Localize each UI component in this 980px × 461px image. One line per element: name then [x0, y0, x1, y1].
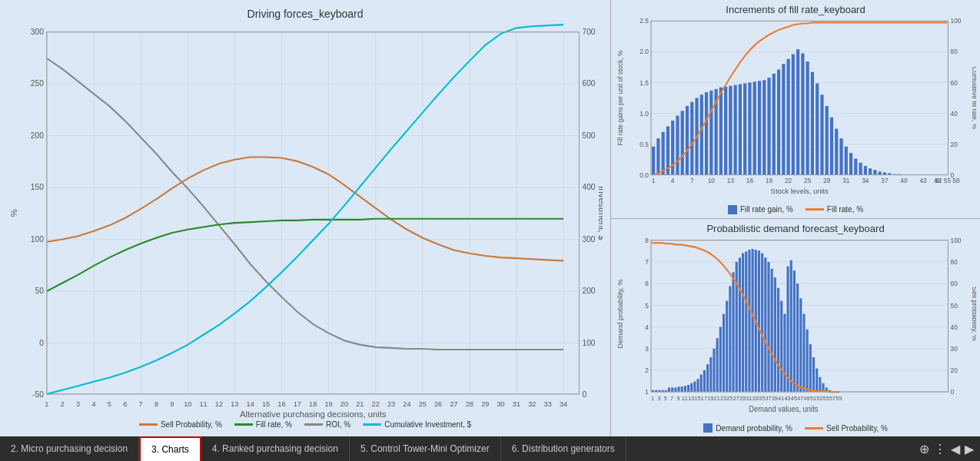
svg-text:2.5: 2.5: [639, 17, 649, 25]
svg-text:28: 28: [466, 400, 473, 408]
svg-text:9: 9: [676, 395, 679, 402]
svg-text:10: 10: [708, 177, 716, 184]
svg-text:37: 37: [765, 395, 771, 402]
svg-text:23: 23: [387, 400, 395, 408]
legend-demand-prob-box: [703, 423, 713, 433]
legend-demand-prob-label: Demand probability, %: [716, 424, 792, 433]
svg-text:600: 600: [583, 79, 596, 88]
svg-text:7: 7: [670, 395, 673, 402]
svg-text:200: 200: [31, 131, 44, 140]
svg-rect-119: [767, 78, 770, 175]
svg-text:8: 8: [154, 400, 158, 408]
svg-text:59: 59: [835, 395, 842, 402]
tab-control[interactable]: 5. Control Tower-Mini Optimizer: [350, 436, 501, 461]
svg-rect-109: [719, 88, 723, 175]
svg-text:0: 0: [951, 388, 955, 396]
svg-rect-95: [652, 147, 655, 175]
svg-rect-216: [700, 374, 703, 392]
svg-text:32: 32: [528, 400, 536, 408]
svg-rect-219: [709, 357, 712, 391]
svg-rect-245: [793, 270, 796, 392]
svg-rect-243: [787, 266, 789, 392]
svg-text:21: 21: [714, 395, 720, 402]
svg-text:16: 16: [746, 177, 754, 184]
svg-rect-129: [816, 83, 819, 174]
svg-text:23: 23: [720, 395, 726, 402]
svg-text:7: 7: [139, 400, 143, 408]
svg-text:39: 39: [772, 395, 778, 402]
svg-rect-176: [651, 240, 948, 391]
svg-rect-229: [742, 253, 744, 391]
left-chart-legend: Sell Probability, % Fill rate, % ROI, % …: [8, 420, 603, 429]
svg-text:47: 47: [797, 395, 803, 402]
svg-rect-112: [734, 85, 737, 175]
svg-text:43: 43: [919, 177, 927, 184]
more-options-button[interactable]: ⋮: [934, 442, 946, 456]
svg-text:500: 500: [583, 131, 596, 140]
svg-text:0: 0: [39, 338, 44, 347]
svg-rect-122: [782, 64, 785, 174]
legend-fill-rate-color: [234, 423, 253, 426]
svg-text:30: 30: [951, 344, 958, 352]
svg-text:43: 43: [784, 395, 790, 402]
svg-text:1: 1: [652, 177, 656, 184]
svg-rect-138: [859, 163, 862, 175]
svg-text:0.5: 0.5: [639, 141, 649, 148]
svg-text:29: 29: [481, 400, 489, 408]
svg-rect-117: [758, 81, 761, 174]
svg-text:35: 35: [759, 395, 765, 402]
legend-investment: Cumulative Investment, $: [363, 420, 471, 429]
svg-rect-213: [690, 383, 693, 391]
svg-text:2: 2: [645, 366, 649, 373]
svg-text:33: 33: [752, 395, 759, 402]
svg-rect-114: [743, 83, 746, 174]
svg-rect-241: [780, 300, 782, 391]
svg-rect-252: [816, 368, 818, 391]
legend-investment-label: Cumulative Investment, $: [384, 420, 471, 429]
tab-charts[interactable]: 3. Charts: [139, 436, 201, 461]
svg-rect-239: [774, 277, 776, 392]
tab-micro[interactable]: 2. Micro purchasing decision: [0, 436, 139, 461]
svg-text:41: 41: [778, 395, 784, 402]
legend-sell-prob-bottom-color: [805, 427, 823, 429]
left-chart-wrap: 300 250 200 150 100 50 0 -50 % 700 600 5…: [8, 24, 603, 419]
svg-text:50: 50: [951, 301, 958, 309]
svg-rect-118: [762, 80, 766, 174]
svg-rect-123: [787, 59, 790, 175]
svg-text:0.0: 0.0: [639, 171, 649, 179]
svg-text:4: 4: [91, 400, 95, 408]
svg-rect-224: [726, 300, 728, 391]
scroll-left-button[interactable]: ◀: [951, 442, 960, 456]
svg-text:7: 7: [645, 257, 649, 265]
svg-text:19: 19: [766, 177, 773, 184]
svg-rect-240: [777, 287, 779, 391]
tab-distribution[interactable]: 6. Distribution generators: [501, 436, 626, 461]
svg-text:100: 100: [31, 235, 44, 244]
svg-text:100: 100: [951, 236, 962, 244]
svg-text:100: 100: [583, 338, 596, 347]
svg-text:27: 27: [733, 395, 739, 402]
add-tab-button[interactable]: ⊕: [919, 442, 929, 456]
svg-text:49: 49: [804, 395, 810, 402]
bottom-right-chart-title: Probabilistic demand forecast_keyboard: [615, 223, 976, 234]
svg-text:Fill rate gains per unit of st: Fill rate gains per unit of stock, %: [616, 50, 624, 145]
svg-rect-251: [812, 357, 815, 391]
svg-rect-238: [771, 268, 773, 391]
svg-text:2.0: 2.0: [639, 48, 649, 55]
svg-text:Investment, $: Investment, $: [597, 186, 603, 240]
svg-text:17: 17: [701, 395, 707, 402]
svg-text:45: 45: [791, 395, 797, 402]
svg-text:50: 50: [35, 287, 45, 295]
svg-text:28: 28: [823, 177, 831, 184]
svg-rect-223: [723, 313, 725, 392]
svg-rect-249: [806, 329, 809, 391]
tab-ranked[interactable]: 4. Ranked purchasing decision: [201, 436, 350, 461]
svg-text:Demand values, units: Demand values, units: [749, 404, 818, 413]
svg-text:60: 60: [951, 280, 958, 287]
svg-text:20: 20: [951, 366, 958, 373]
tab-controls: ⊕ ⋮ ◀ ▶: [913, 442, 980, 456]
svg-text:6: 6: [645, 280, 649, 287]
svg-rect-125: [796, 49, 799, 174]
svg-rect-131: [826, 106, 829, 175]
scroll-right-button[interactable]: ▶: [965, 442, 974, 456]
